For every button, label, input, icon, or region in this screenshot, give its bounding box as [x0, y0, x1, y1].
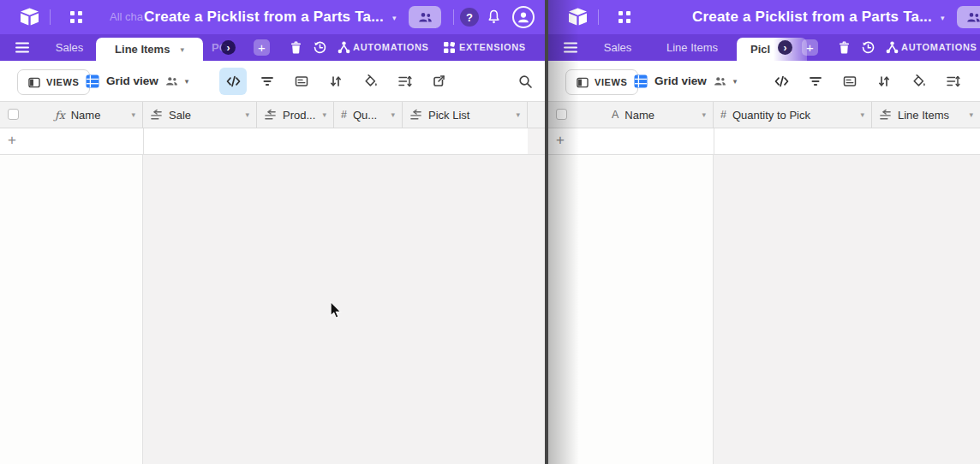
column-header-pick-list[interactable]: Pick List ▾ [403, 102, 528, 128]
view-toolbar: VIEWS Grid view ▾ [0, 61, 546, 102]
share-button[interactable] [409, 6, 441, 28]
app-header: All cha Create a Picklist from a Parts T… [0, 0, 546, 34]
panel-right: Create a Picklist from a Parts Ta... ▾ S… [548, 0, 980, 464]
views-label: VIEWS [595, 77, 627, 87]
base-title-chevron-down-icon[interactable]: ▾ [941, 14, 945, 22]
tab-line-items[interactable]: Line Items [644, 34, 740, 61]
sort-button[interactable] [870, 68, 898, 95]
tab-label: Line Items [115, 43, 170, 56]
chevron-down-icon: ▾ [185, 77, 189, 86]
chevron-right-icon: › [227, 43, 230, 53]
question-mark-icon: ? [466, 11, 473, 24]
add-table-button[interactable]: + [802, 39, 818, 56]
group-button[interactable] [288, 68, 315, 95]
app-header: Create a Picklist from a Parts Ta... ▾ [548, 0, 980, 34]
tab-label: Picl [750, 43, 770, 56]
notifications-bell-icon[interactable] [487, 9, 501, 25]
base-title[interactable]: Create a Picklist from a Parts Ta... [692, 9, 932, 26]
header-divider [50, 9, 51, 25]
automations-button[interactable]: AUTOMATIONS [901, 42, 977, 52]
sort-icon [329, 74, 343, 88]
chevron-down-icon[interactable]: ▾ [516, 110, 520, 119]
row-height-button[interactable] [939, 68, 966, 95]
column-header-product[interactable]: Prod... ▾ [257, 102, 334, 128]
hide-fields-button[interactable] [219, 68, 247, 95]
apps-grid-icon[interactable] [70, 11, 82, 23]
automations-button[interactable]: AUTOMATIONS [353, 42, 429, 52]
color-button[interactable] [356, 68, 384, 95]
chevron-down-icon[interactable]: ▾ [702, 110, 706, 119]
column-header-quantity[interactable]: # Qu... ▾ [334, 102, 403, 128]
automations-icon[interactable] [886, 41, 899, 54]
chevron-down-icon[interactable]: ▾ [322, 110, 326, 119]
column-label: Name [71, 109, 101, 122]
collaborators-icon [714, 76, 726, 86]
avatar[interactable] [512, 6, 535, 28]
views-button[interactable]: VIEWS [565, 69, 638, 95]
base-title[interactable]: Create a Picklist from a Parts Ta... [144, 9, 384, 26]
column-header-name[interactable]: ƒx Name ▾ [0, 102, 143, 128]
history-icon[interactable] [314, 41, 326, 54]
history-icon[interactable] [862, 41, 875, 54]
search-button[interactable] [511, 68, 539, 95]
extensions-button[interactable]: EXTENSIONS [459, 42, 526, 52]
add-record-row[interactable]: + [548, 128, 980, 155]
trash-icon[interactable] [290, 41, 302, 54]
view-switcher[interactable]: Grid view ▾ [86, 61, 188, 101]
airtable-logo-icon[interactable] [19, 8, 40, 27]
row-height-button[interactable] [391, 68, 418, 95]
tab-pick-list-new[interactable]: Picl Li [737, 38, 807, 61]
column-header-row: A Name ▾ # Quantity to Pick ▾ Line Items… [548, 102, 980, 128]
grid-canvas[interactable] [548, 155, 980, 464]
add-record-plus-icon[interactable]: + [8, 133, 16, 147]
chevron-down-icon[interactable]: ▾ [180, 45, 184, 54]
views-button[interactable]: VIEWS [17, 69, 90, 95]
view-switcher[interactable]: Grid view ▾ [634, 61, 737, 101]
tab-scroll-right-icon[interactable]: › [778, 40, 792, 55]
tab-line-items[interactable]: Line Items ▾ [96, 38, 203, 61]
hide-fields-button[interactable] [768, 68, 795, 95]
chevron-down-icon[interactable]: ▾ [969, 110, 973, 119]
chevron-down-icon[interactable]: ▾ [131, 110, 135, 119]
hamburger-menu-icon[interactable] [15, 42, 29, 53]
filter-icon [260, 74, 274, 88]
airtable-logo-icon[interactable] [567, 8, 589, 27]
chevron-down-icon[interactable]: ▾ [391, 110, 395, 119]
screenshot-root: All cha Create a Picklist from a Parts T… [0, 0, 980, 464]
base-title-chevron-down-icon[interactable]: ▾ [392, 14, 397, 22]
grid-canvas[interactable] [0, 155, 546, 464]
share-button[interactable] [957, 6, 980, 28]
sort-button[interactable] [322, 68, 350, 95]
chevron-down-icon[interactable]: ▾ [860, 110, 864, 119]
hamburger-menu-icon[interactable] [564, 42, 577, 53]
column-header-name[interactable]: A Name ▾ [548, 102, 714, 128]
frame-divider [545, 0, 548, 464]
filter-button[interactable] [254, 68, 281, 95]
extensions-icon[interactable] [443, 41, 456, 54]
chevron-right-icon: › [784, 42, 787, 54]
chevron-down-icon[interactable]: ▾ [245, 110, 249, 119]
help-button[interactable]: ? [460, 8, 479, 27]
automations-icon[interactable] [338, 41, 350, 54]
color-button[interactable] [905, 68, 932, 95]
trash-icon[interactable] [839, 41, 850, 54]
column-label: Pick List [428, 109, 469, 122]
add-table-button[interactable]: + [254, 39, 270, 56]
add-record-plus-icon[interactable]: + [556, 133, 565, 147]
group-button[interactable] [836, 68, 863, 95]
toolbar-icons [768, 68, 966, 95]
search-icon [518, 74, 533, 89]
share-view-button[interactable] [425, 68, 452, 95]
tab-sales[interactable]: Sales [47, 34, 92, 61]
apps-grid-icon[interactable] [618, 11, 630, 23]
column-header-line-items[interactable]: Line Items ▾ [872, 102, 980, 128]
header-divider [598, 9, 599, 25]
share-view-icon [432, 74, 445, 88]
filter-button[interactable] [802, 68, 829, 95]
tab-sales[interactable]: Sales [595, 34, 640, 61]
add-record-row[interactable]: + [0, 128, 546, 155]
column-header-sale[interactable]: Sale ▾ [143, 102, 257, 128]
collaborators-icon [165, 76, 178, 86]
tab-scroll-right-icon[interactable]: › [221, 40, 236, 55]
column-header-quantity-to-pick[interactable]: # Quantity to Pick ▾ [714, 102, 872, 128]
